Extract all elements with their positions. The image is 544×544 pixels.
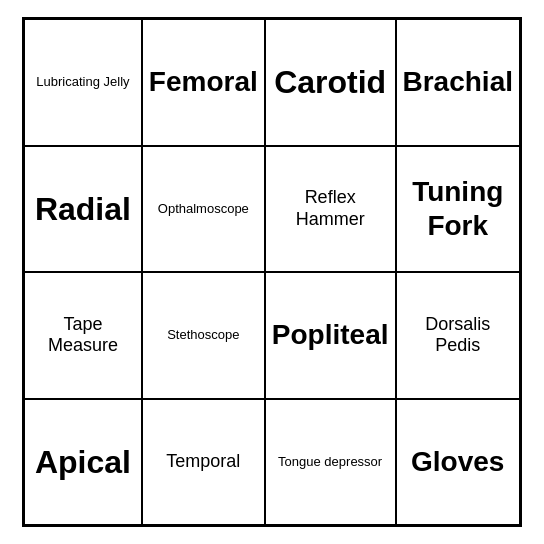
cell-text-1: Femoral <box>149 65 258 99</box>
bingo-grid: Lubricating JellyFemoralCarotidBrachialR… <box>22 17 522 527</box>
cell-text-9: Stethoscope <box>167 327 239 343</box>
bingo-cell-0: Lubricating Jelly <box>24 19 142 146</box>
bingo-cell-12: Apical <box>24 399 142 526</box>
bingo-cell-1: Femoral <box>142 19 265 146</box>
cell-text-12: Apical <box>35 443 131 481</box>
cell-text-3: Brachial <box>403 65 514 99</box>
cell-text-14: Tongue depressor <box>278 454 382 470</box>
cell-text-7: Tuning Fork <box>403 175 514 242</box>
cell-text-0: Lubricating Jelly <box>36 74 129 90</box>
bingo-cell-13: Temporal <box>142 399 265 526</box>
cell-text-11: Dorsalis Pedis <box>403 314 514 357</box>
cell-text-4: Radial <box>35 190 131 228</box>
cell-text-5: Opthalmoscope <box>158 201 249 217</box>
cell-text-13: Temporal <box>166 451 240 473</box>
bingo-cell-3: Brachial <box>396 19 521 146</box>
bingo-cell-15: Gloves <box>396 399 521 526</box>
bingo-cell-9: Stethoscope <box>142 272 265 399</box>
cell-text-6: Reflex Hammer <box>272 187 389 230</box>
cell-text-15: Gloves <box>411 445 504 479</box>
bingo-cell-4: Radial <box>24 146 142 273</box>
bingo-cell-8: Tape Measure <box>24 272 142 399</box>
bingo-cell-10: Popliteal <box>265 272 396 399</box>
bingo-cell-11: Dorsalis Pedis <box>396 272 521 399</box>
cell-text-2: Carotid <box>274 63 386 101</box>
bingo-cell-6: Reflex Hammer <box>265 146 396 273</box>
bingo-cell-14: Tongue depressor <box>265 399 396 526</box>
cell-text-8: Tape Measure <box>31 314 135 357</box>
bingo-cell-2: Carotid <box>265 19 396 146</box>
cell-text-10: Popliteal <box>272 318 389 352</box>
bingo-cell-5: Opthalmoscope <box>142 146 265 273</box>
bingo-cell-7: Tuning Fork <box>396 146 521 273</box>
